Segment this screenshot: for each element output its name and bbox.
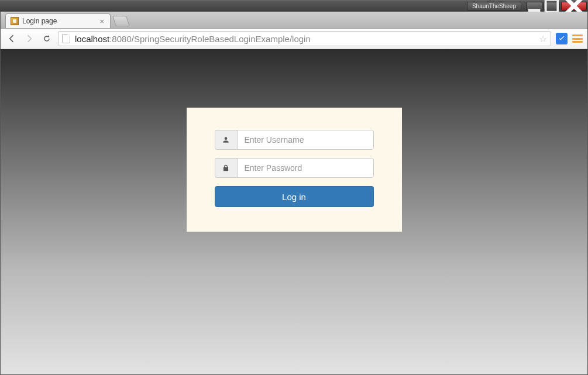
address-bar[interactable]: localhost:8080/SpringSecurityRoleBasedLo…	[58, 31, 551, 46]
user-icon	[215, 130, 237, 150]
tab-strip: Login page ×	[1, 12, 587, 29]
password-group	[215, 158, 374, 178]
window-close-button[interactable]	[561, 2, 587, 11]
url-host: localhost	[75, 34, 109, 44]
favicon-icon	[11, 17, 19, 25]
url-path: :8080/SpringSecurityRoleBasedLoginExampl…	[109, 34, 311, 44]
os-titlebar: ShaunTheSheep	[0, 0, 588, 11]
page-viewport: Log in	[1, 49, 587, 374]
reload-button[interactable]	[40, 32, 53, 45]
username-group	[215, 130, 374, 150]
page-icon	[62, 34, 70, 43]
browser-toolbar: localhost:8080/SpringSecurityRoleBasedLo…	[1, 29, 587, 49]
menu-icon[interactable]	[572, 35, 583, 43]
browser-window: Login page × localhost:8080/SpringSecuri…	[0, 11, 588, 375]
tab-close-icon[interactable]: ×	[99, 17, 104, 26]
browser-tab[interactable]: Login page ×	[5, 13, 111, 28]
extension-icon[interactable]	[556, 33, 568, 44]
back-button[interactable]	[5, 32, 18, 45]
maximize-button[interactable]	[544, 2, 560, 11]
new-tab-button[interactable]	[112, 16, 130, 26]
lock-icon	[215, 158, 237, 178]
login-button[interactable]: Log in	[215, 186, 374, 207]
login-card: Log in	[187, 108, 402, 232]
os-user-badge: ShaunTheSheep	[467, 2, 521, 11]
tab-title: Login page	[22, 17, 57, 25]
bookmark-star-icon[interactable]: ☆	[539, 33, 547, 44]
minimize-button[interactable]	[526, 2, 542, 11]
forward-button[interactable]	[23, 32, 36, 45]
username-input[interactable]	[237, 130, 374, 150]
svg-rect-1	[546, 0, 558, 12]
password-input[interactable]	[237, 158, 374, 178]
